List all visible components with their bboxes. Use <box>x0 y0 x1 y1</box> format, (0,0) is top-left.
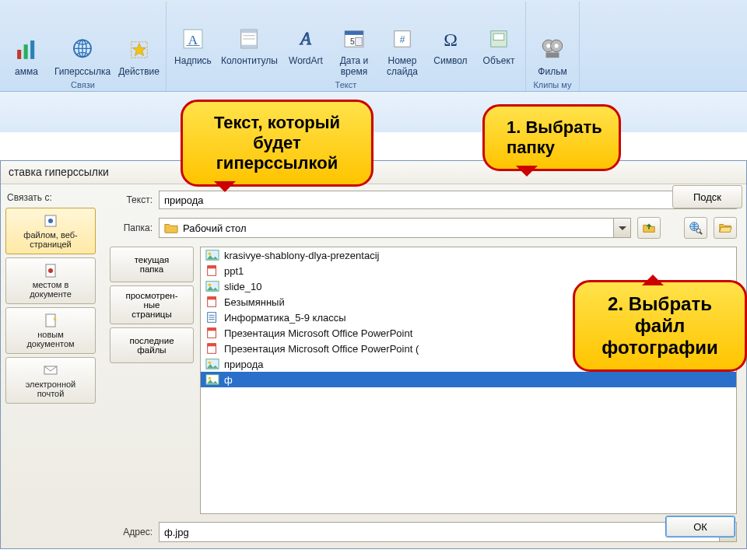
callout-hyperlink-text: Текст, который будет гиперссылкой <box>181 100 374 187</box>
file-row[interactable]: ф <box>201 372 736 387</box>
object-icon <box>486 26 512 52</box>
ppt-file-icon <box>205 264 219 277</box>
text-label: Текст: <box>110 194 153 205</box>
svg-point-55 <box>209 361 212 364</box>
dialog-title: ставка гиперссылки <box>1 161 746 184</box>
file-name: ф <box>224 374 233 386</box>
ribbon-item-label: Дата и время <box>340 55 369 77</box>
file-name: krasivye-shablony-dlya-prezentacij <box>224 250 379 261</box>
current-folder[interactable]: текущая папка <box>110 247 194 282</box>
link-new-doc-icon <box>43 313 58 328</box>
recent-files[interactable]: последние файлы <box>110 327 194 363</box>
svg-rect-0 <box>17 50 21 59</box>
ribbon-group: аммаГиперссылкаДействиеСвязи <box>0 2 167 91</box>
svg-text:#: # <box>400 34 405 45</box>
ribbon-item-label: Номер слайда <box>387 55 418 77</box>
link-to-panel: Связать с: файлом, веб- страницейместом … <box>1 184 100 548</box>
browsed-pages[interactable]: просмотрен- ные страницы <box>110 285 194 324</box>
ribbon-item-label: WordArt <box>289 55 323 66</box>
date-time-button[interactable]: 5Дата и время <box>331 23 377 79</box>
svg-point-57 <box>209 376 212 380</box>
hyperlink-button[interactable]: Гиперссылка <box>51 33 114 79</box>
textbox-button[interactable]: AНадпись <box>170 23 216 68</box>
display-text-field[interactable] <box>159 191 737 209</box>
screentip-button[interactable]: Подск <box>672 185 742 208</box>
svg-rect-45 <box>208 297 216 300</box>
svg-rect-53 <box>208 344 216 347</box>
svg-text:A: A <box>188 33 198 47</box>
svg-rect-51 <box>208 328 216 331</box>
file-row[interactable]: krasivye-shablony-dlya-prezentacij <box>201 247 736 263</box>
action-button[interactable]: Действие <box>115 33 163 79</box>
svg-point-43 <box>209 283 212 286</box>
up-folder-button[interactable] <box>637 217 661 239</box>
folder-dropdown-button[interactable] <box>613 219 630 237</box>
link-file-web-icon <box>43 213 58 229</box>
svg-text:A: A <box>299 29 311 48</box>
left-nav-label: электронной почтой <box>26 380 76 398</box>
file-name: природа <box>224 359 264 370</box>
slidenum-icon: # <box>389 26 416 52</box>
browse-subnav: текущая папкапросмотрен- ные страницыпос… <box>110 247 194 514</box>
svg-text:Ω: Ω <box>444 30 458 50</box>
ribbon-item-label: Объект <box>483 55 515 66</box>
svg-point-26 <box>546 44 550 47</box>
slide-number-button[interactable]: #Номер слайда <box>379 23 426 79</box>
ribbon-item-label: Действие <box>118 66 160 77</box>
link-place-doc-icon <box>43 263 58 278</box>
chart-button[interactable]: амма <box>3 33 50 79</box>
link-file-web[interactable]: файлом, веб- страницей <box>5 208 96 254</box>
browse-web-button[interactable] <box>684 217 707 239</box>
folder-icon <box>164 222 178 234</box>
ribbon-strip <box>0 92 747 132</box>
img-file-icon <box>205 280 219 292</box>
symbol-button[interactable]: ΩСимвол <box>427 23 474 68</box>
link-to-label: Связать с: <box>5 189 96 205</box>
svg-point-27 <box>555 44 559 47</box>
ribbon-item-label: Фильм <box>538 66 566 77</box>
movie-button[interactable]: Фильм <box>529 33 576 79</box>
ribbon-group: ФильмКлипы му <box>526 2 580 91</box>
file-name: Презентация Microsoft Office PowerPoint <box>224 327 412 339</box>
address-label: Адрес: <box>110 527 153 537</box>
globe-icon <box>69 37 96 63</box>
callout-choose-folder: 1. Выбрать папку <box>482 104 621 171</box>
left-nav-label: файлом, веб- страницей <box>23 230 77 249</box>
folder-combo[interactable]: Рабочий стол <box>159 218 631 238</box>
svg-rect-16 <box>345 31 363 35</box>
address-value: ф.jpg <box>164 527 189 538</box>
svg-rect-2 <box>30 40 34 59</box>
ok-button[interactable]: ОК <box>665 516 735 537</box>
header-footer-button[interactable]: Колонтитулы <box>218 23 281 68</box>
link-new-doc[interactable]: новым документом <box>5 307 96 354</box>
wordart-icon: A <box>293 26 319 52</box>
ribbon-item-label: Надпись <box>174 55 212 66</box>
chart-icon <box>13 37 40 63</box>
ribbon-group: AНадписьКолонтитулыAWordArt5Дата и время… <box>167 2 526 91</box>
svg-point-39 <box>209 252 212 255</box>
link-place-doc[interactable]: местом в документе <box>5 257 96 304</box>
left-nav-label: новым документом <box>26 330 74 348</box>
doc-file-icon <box>205 311 219 324</box>
svg-point-30 <box>48 219 53 223</box>
datetime-icon: 5 <box>341 26 367 52</box>
ribbon-item-label: Колонтитулы <box>221 55 278 66</box>
film-icon <box>539 37 566 63</box>
address-combo[interactable]: ф.jpg <box>159 522 737 542</box>
file-name: Презентация Microsoft Office PowerPoint … <box>224 343 419 355</box>
ribbon-group-label: Клипы му <box>529 79 576 89</box>
ribbon-group-label: Текст <box>170 79 522 89</box>
link-email[interactable]: электронной почтой <box>5 357 96 404</box>
link-email-icon <box>43 362 58 378</box>
ribbon-item-label: амма <box>15 66 38 77</box>
img-file-icon <box>205 358 219 370</box>
up-folder-icon <box>642 221 656 235</box>
ribbon-item-label: Символ <box>433 55 467 66</box>
wordart-button[interactable]: AWordArt <box>282 23 329 68</box>
callout-choose-file: 2. Выбрать файл фотографии <box>573 280 747 372</box>
browse-file-button[interactable] <box>714 217 737 239</box>
ppt-file-icon <box>205 342 219 355</box>
svg-rect-28 <box>545 52 559 58</box>
object-button[interactable]: Объект <box>475 23 522 68</box>
file-name: slide_10 <box>224 281 261 292</box>
